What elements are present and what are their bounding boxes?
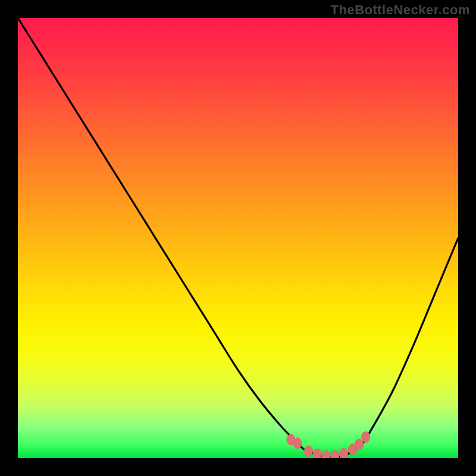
watermark-text: TheBottleNecker.com bbox=[331, 2, 470, 18]
marker-dot bbox=[355, 439, 364, 450]
curve-svg bbox=[18, 18, 458, 458]
bottleneck-curve bbox=[18, 18, 458, 457]
marker-dot bbox=[340, 449, 348, 458]
marker-dot bbox=[331, 450, 339, 458]
curve-markers bbox=[287, 431, 370, 458]
marker-dot bbox=[313, 449, 321, 458]
chart-container: TheBottleNecker.com bbox=[0, 0, 476, 476]
marker-dot bbox=[322, 450, 330, 458]
plot-area bbox=[18, 18, 458, 458]
marker-dot bbox=[362, 431, 370, 442]
marker-dot bbox=[293, 438, 302, 449]
marker-dot bbox=[304, 446, 312, 456]
